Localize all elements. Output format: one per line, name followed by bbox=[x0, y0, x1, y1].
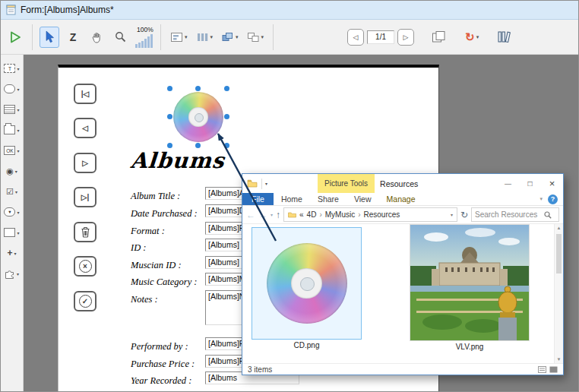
entry-order-tool-button[interactable]: Z bbox=[63, 27, 83, 48]
breadcrumb-item[interactable]: 4D bbox=[307, 210, 317, 219]
refresh-button[interactable]: ↻ bbox=[460, 210, 468, 220]
file-item-cd[interactable]: CD.png bbox=[252, 227, 362, 349]
object-library-button[interactable] bbox=[494, 27, 514, 48]
tab-home[interactable]: Home bbox=[274, 193, 310, 205]
cd-image-object[interactable] bbox=[170, 89, 226, 145]
zoom-bars-icon[interactable] bbox=[135, 34, 153, 48]
breadcrumb-item[interactable]: Resources bbox=[364, 210, 400, 219]
field-tool[interactable]: T ▾ bbox=[4, 62, 19, 75]
up-button[interactable]: ↑ bbox=[276, 210, 280, 220]
listbox-tool[interactable]: ▾ bbox=[4, 103, 19, 116]
chevron-down-icon[interactable]: ▾ bbox=[17, 230, 19, 236]
breadcrumb-prefix: « bbox=[299, 210, 304, 219]
chevron-down-icon[interactable]: ▾ bbox=[15, 189, 17, 194]
selection-tool-button[interactable] bbox=[40, 27, 59, 48]
chevron-down-icon[interactable]: ▾ bbox=[17, 210, 19, 215]
last-record-button[interactable]: ▷| bbox=[74, 187, 96, 207]
help-button[interactable]: ? bbox=[548, 194, 558, 204]
button-tool[interactable]: ▾ bbox=[4, 82, 19, 96]
chevron-down-icon[interactable]: ▾ bbox=[476, 34, 479, 40]
splitter-tool[interactable]: + ▾ bbox=[7, 246, 16, 260]
minimize-button[interactable]: — bbox=[497, 174, 519, 193]
checkbox-tool[interactable]: ☑ ▾ bbox=[6, 185, 17, 198]
thumbnails-view-button[interactable] bbox=[549, 365, 558, 374]
file-item-vlv[interactable]: VLV.png bbox=[410, 224, 530, 351]
ribbon-expand-icon[interactable]: ▾ bbox=[539, 196, 543, 202]
refresh-icon: ↻ bbox=[465, 30, 475, 44]
distribute-dropdown[interactable]: ▾ bbox=[194, 30, 216, 45]
chevron-down-icon[interactable]: ▾ bbox=[210, 34, 214, 40]
maximize-button[interactable]: □ bbox=[519, 174, 541, 193]
details-view-button[interactable] bbox=[538, 365, 546, 374]
chevron-down-icon[interactable]: ▾ bbox=[17, 271, 19, 277]
recent-locations-caret-icon[interactable]: ▾ bbox=[271, 212, 273, 217]
combo-box-tool[interactable]: ▾ ▾ bbox=[4, 205, 19, 219]
scrollbar[interactable]: ▲ ▼ bbox=[554, 224, 563, 363]
selection-handle[interactable] bbox=[195, 143, 201, 148]
chevron-down-icon[interactable]: ▾ bbox=[14, 251, 17, 256]
ok-button-tool-icon: OK bbox=[4, 146, 15, 155]
selection-handle[interactable] bbox=[224, 114, 229, 119]
rectangle-tool[interactable]: ▾ bbox=[4, 226, 19, 239]
quick-access-caret-icon[interactable]: ▾ bbox=[265, 181, 267, 186]
refresh-dropdown[interactable]: ↻ ▾ bbox=[463, 28, 481, 46]
selection-handle[interactable] bbox=[167, 143, 172, 148]
address-bar[interactable]: « 4D › MyMusic › Resources ▾ bbox=[283, 207, 457, 222]
plugin-tool[interactable]: ▾ bbox=[5, 267, 19, 280]
address-dropdown-caret-icon[interactable]: ▾ bbox=[451, 212, 453, 217]
field-label: Music Category : bbox=[131, 277, 197, 287]
selection-handle[interactable] bbox=[224, 86, 229, 91]
close-button[interactable]: × bbox=[541, 174, 563, 193]
divider bbox=[261, 179, 262, 189]
tab-control-tool[interactable]: ▾ bbox=[4, 123, 19, 137]
page-manager-button[interactable] bbox=[429, 27, 448, 48]
level-dropdown[interactable]: ▾ bbox=[219, 30, 241, 45]
previous-page-button[interactable]: ◁ bbox=[347, 29, 364, 46]
chevron-down-icon[interactable]: ▾ bbox=[185, 34, 188, 40]
forward-button[interactable]: → bbox=[258, 210, 267, 220]
tab-manage[interactable]: Manage bbox=[379, 193, 423, 205]
tab-file[interactable]: File bbox=[242, 193, 274, 205]
move-tool-button[interactable] bbox=[87, 27, 106, 48]
selection-handle[interactable] bbox=[167, 114, 172, 119]
breadcrumb-separator: › bbox=[358, 210, 360, 219]
scrollbar-thumb[interactable] bbox=[556, 234, 562, 273]
cancel-button[interactable]: × bbox=[74, 256, 96, 277]
ok-button-tool[interactable]: OK ▾ bbox=[4, 144, 19, 157]
zoom-tool-button[interactable] bbox=[110, 27, 130, 48]
chevron-down-icon[interactable]: ▾ bbox=[17, 107, 19, 112]
chevron-down-icon[interactable]: ▾ bbox=[17, 128, 19, 133]
distribute-icon bbox=[196, 32, 209, 43]
tab-view[interactable]: View bbox=[346, 193, 379, 205]
next-page-button[interactable]: ▷ bbox=[397, 29, 414, 46]
chevron-down-icon[interactable]: ▾ bbox=[17, 66, 19, 71]
search-input[interactable] bbox=[475, 210, 542, 219]
delete-record-button[interactable] bbox=[74, 222, 96, 242]
chevron-down-icon[interactable]: ▾ bbox=[261, 34, 264, 40]
chevron-down-icon[interactable]: ▾ bbox=[15, 169, 17, 174]
selection-handle[interactable] bbox=[224, 143, 229, 148]
previous-record-button[interactable]: ◁ bbox=[74, 118, 96, 138]
zoom-level-control[interactable]: 100% bbox=[135, 26, 153, 48]
selection-handle[interactable] bbox=[195, 86, 201, 91]
accept-button[interactable]: ✓ bbox=[74, 291, 96, 311]
search-box[interactable] bbox=[471, 207, 559, 222]
next-record-button[interactable]: ▷ bbox=[74, 153, 96, 173]
back-button[interactable]: ← bbox=[246, 210, 255, 220]
run-form-button[interactable] bbox=[5, 27, 25, 48]
chevron-down-icon[interactable]: ▾ bbox=[236, 34, 239, 40]
first-record-button[interactable]: |◁ bbox=[74, 84, 96, 104]
selection-handle[interactable] bbox=[167, 86, 172, 91]
scroll-down-icon[interactable]: ▼ bbox=[555, 357, 563, 362]
field-value-box[interactable]: [Albums] bbox=[205, 239, 246, 251]
scroll-up-icon[interactable]: ▲ bbox=[555, 226, 563, 230]
align-dropdown[interactable]: ▾ bbox=[168, 30, 190, 45]
breadcrumb-item[interactable]: MyMusic bbox=[325, 210, 355, 219]
radio-button-tool[interactable]: ◉ ▾ bbox=[6, 164, 17, 178]
group-dropdown[interactable]: ▾ bbox=[245, 30, 267, 45]
tab-share[interactable]: Share bbox=[310, 193, 346, 205]
chevron-down-icon[interactable]: ▾ bbox=[17, 87, 19, 92]
field-value-box[interactable]: [Albums] bbox=[205, 256, 246, 269]
chevron-down-icon[interactable]: ▾ bbox=[17, 148, 19, 153]
object-toolbar: T ▾ ▾ ▾ ▾ OK ▾ ◉ ▾ ☑ ▾ ▾ ▾ bbox=[1, 55, 24, 391]
